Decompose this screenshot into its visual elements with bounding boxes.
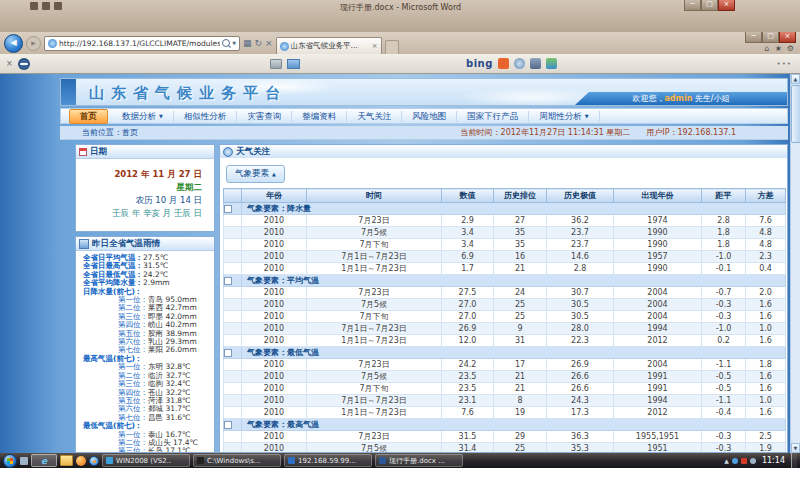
toolbar-app-icon-2[interactable]: [530, 58, 541, 69]
table-cell: 22.3: [547, 335, 614, 347]
home-icon[interactable]: ⌂: [765, 44, 770, 53]
nav-item[interactable]: 国家下行产品: [457, 111, 529, 122]
group-header-row[interactable]: 气象要素：平均气温: [224, 275, 786, 287]
taskbar-button[interactable]: 192.168.59.99...: [284, 454, 372, 467]
table-row[interactable]: 20107月5候27.02530.52004-0.31.6: [224, 299, 786, 311]
compatibility-view-icon[interactable]: ▦: [243, 38, 252, 48]
table-row[interactable]: 20101月1日～7月23日12.03122.320120.21.6: [224, 335, 786, 347]
explorer-folder-icon[interactable]: [60, 455, 73, 466]
group-label: 气象要素：最低气温: [242, 347, 786, 359]
table-cell: 6.9: [442, 251, 494, 263]
search-icon[interactable]: [222, 39, 230, 47]
table-row[interactable]: 20107月5候3.43523.719901.84.8: [224, 227, 786, 239]
taskbar-button[interactable]: WIN2008 (VS2..: [102, 454, 190, 467]
scrollbar-thumb[interactable]: [791, 85, 800, 143]
table-cell: -0.3: [702, 431, 746, 443]
group-header-row[interactable]: 气象要素：降水量: [224, 203, 786, 215]
browser-maximize-icon[interactable]: ▢: [762, 32, 779, 43]
printer-icon[interactable]: [270, 59, 282, 69]
tray-network-icon[interactable]: [750, 458, 756, 464]
favorites-icon[interactable]: ★: [775, 44, 782, 53]
table-row[interactable]: 20107月1日～7月23日26.9928.01994-1.01.0: [224, 323, 786, 335]
checkbox-cell: [224, 299, 242, 311]
pinned-app-icon-2[interactable]: [76, 456, 86, 466]
media-player-icon[interactable]: [89, 456, 99, 466]
table-cell: 17: [494, 359, 547, 371]
more-options-icon[interactable]: •••: [777, 60, 792, 68]
nav-item[interactable]: 灾害查询: [237, 111, 292, 122]
row-checkbox[interactable]: [224, 421, 232, 429]
toolbar-app-icon-1[interactable]: [514, 58, 525, 69]
toolbar-app-icon-3[interactable]: [546, 58, 557, 69]
tray-flag-icon[interactable]: [741, 458, 747, 464]
table-row[interactable]: 20107月5候31.42535.31951-0.31.9: [224, 443, 786, 454]
nav-item[interactable]: 周期性分析▼: [529, 111, 599, 122]
nav-item[interactable]: 首页: [69, 109, 108, 124]
back-button[interactable]: ◀: [4, 34, 23, 53]
start-button[interactable]: [3, 454, 17, 468]
browser-minimize-icon[interactable]: ─: [745, 32, 762, 43]
stop-icon[interactable]: ×: [265, 38, 273, 48]
new-tab-button[interactable]: [385, 40, 399, 54]
nav-item[interactable]: 天气关注: [347, 111, 402, 122]
minimize-icon[interactable]: ─: [684, 0, 701, 11]
element-filter-button[interactable]: 气象要素 ▲: [226, 165, 285, 183]
table-cell: 24: [494, 287, 547, 299]
table-row[interactable]: 20107月23日24.21726.92004-1.11.8: [224, 359, 786, 371]
forward-button[interactable]: ▶: [26, 36, 41, 51]
tray-ime-icon[interactable]: [732, 458, 738, 464]
url-input[interactable]: [59, 39, 220, 48]
toolbar-logo-icon[interactable]: [18, 58, 30, 70]
nav-item[interactable]: 数据分析▼: [112, 111, 174, 122]
taskbar-clock[interactable]: 11:14: [762, 456, 785, 465]
maximize-icon[interactable]: ▢: [701, 0, 718, 11]
taskbar-buttons: WIN2008 (VS2..C:\Windows\s...192.168.59.…: [102, 454, 463, 467]
table-row[interactable]: 20107月下旬3.43523.719901.84.8: [224, 239, 786, 251]
taskbar-ie-button[interactable]: e: [31, 454, 57, 467]
table-row[interactable]: 20107月1日～7月23日23.1824.31994-1.11.0: [224, 395, 786, 407]
table-row[interactable]: 20107月5候23.52126.61991-0.51.6: [224, 371, 786, 383]
table-row[interactable]: 20101月1日～7月23日7.61917.32012-0.41.6: [224, 407, 786, 419]
browser-close-icon[interactable]: ×: [779, 32, 796, 43]
table-row[interactable]: 20107月23日2.92736.219742.87.6: [224, 215, 786, 227]
table-row[interactable]: 20107月下旬23.52126.61991-0.51.6: [224, 383, 786, 395]
table-row[interactable]: 20107月1日～7月23日6.91614.61957-1.02.3: [224, 251, 786, 263]
tray-show-hidden-icon[interactable]: ▲: [724, 457, 729, 464]
scroll-down-icon[interactable]: ▼: [791, 443, 800, 453]
address-bar[interactable]: ▼: [44, 36, 240, 51]
chart-icon: [79, 239, 89, 249]
group-header-row[interactable]: 气象要素：最低气温: [224, 347, 786, 359]
scroll-up-icon[interactable]: ▲: [791, 74, 800, 84]
tab-close-icon[interactable]: ×: [372, 42, 378, 50]
row-checkbox[interactable]: [224, 277, 232, 285]
browser-tab[interactable]: 山东省气候业务平... ×: [276, 37, 382, 54]
taskbar-button[interactable]: C:\Windows\s...: [193, 454, 281, 467]
table-cell: 7月1日～7月23日: [307, 395, 442, 407]
taskbar-button[interactable]: 现行手册.docx ...: [375, 454, 463, 467]
pinned-app-icon[interactable]: [20, 457, 28, 465]
group-header-row[interactable]: 气象要素：最高气温: [224, 419, 786, 431]
table-row[interactable]: 20101月1日～7月23日1.7212.81990-0.10.4: [224, 263, 786, 275]
table-cell: 31.4: [442, 443, 494, 454]
toolbar-close-icon[interactable]: ×: [6, 59, 13, 68]
bing-logo[interactable]: bing: [466, 58, 493, 69]
table-cell: 19: [494, 407, 547, 419]
address-dropdown-icon[interactable]: ▼: [232, 40, 236, 46]
bing-app-icon[interactable]: [498, 58, 509, 69]
mail-icon[interactable]: [287, 59, 300, 69]
refresh-icon[interactable]: ↻: [255, 38, 263, 48]
table-row[interactable]: 20107月23日31.52936.31955,1951-0.32.5: [224, 431, 786, 443]
show-desktop-button[interactable]: [791, 453, 797, 468]
close-icon[interactable]: ×: [718, 0, 735, 11]
nav-item[interactable]: 整编资料: [292, 111, 347, 122]
background-window[interactable]: 现行手册.docx - Microsoft Word ─ ▢ ×: [0, 0, 800, 32]
table-row[interactable]: 20107月下旬27.02530.52004-0.31.6: [224, 311, 786, 323]
row-checkbox[interactable]: [224, 349, 232, 357]
nav-item[interactable]: 相似性分析: [174, 111, 238, 122]
row-checkbox[interactable]: [224, 205, 232, 213]
nav-item[interactable]: 风险地图: [402, 111, 457, 122]
table-cell: 7月1日～7月23日: [307, 251, 442, 263]
tools-gear-icon[interactable]: ⚙: [787, 44, 794, 53]
table-row[interactable]: 20107月23日27.52430.72004-0.72.0: [224, 287, 786, 299]
browser-scrollbar[interactable]: ▲ ▼: [790, 74, 800, 453]
